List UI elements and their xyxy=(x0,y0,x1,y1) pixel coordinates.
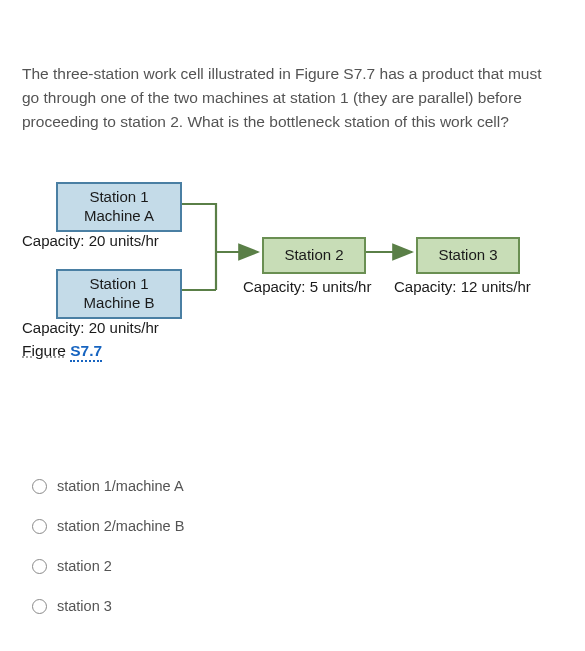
option-b[interactable]: station 2/machine B xyxy=(32,518,563,534)
node-station1-machine-b: Station 1 Machine B xyxy=(56,269,182,319)
option-label: station 2 xyxy=(57,558,112,574)
radio-icon xyxy=(32,479,47,494)
node-line: Station 1 xyxy=(68,275,170,294)
figure-word: Figure xyxy=(22,342,66,359)
option-label: station 2/machine B xyxy=(57,518,184,534)
option-label: station 3 xyxy=(57,598,112,614)
node-line: Station 3 xyxy=(438,246,497,263)
node-station1-machine-a: Station 1 Machine A xyxy=(56,182,182,232)
radio-icon xyxy=(32,599,47,614)
option-c[interactable]: station 2 xyxy=(32,558,563,574)
option-label: station 1/machine A xyxy=(57,478,184,494)
capacity-label-1a: Capacity: 20 units/hr xyxy=(22,232,159,249)
figure-number: S7.7 xyxy=(70,342,102,362)
figure-label: Figure S7.7 xyxy=(22,342,102,360)
option-a[interactable]: station 1/machine A xyxy=(32,478,563,494)
node-line: Station 2 xyxy=(284,246,343,263)
option-d[interactable]: station 3 xyxy=(32,598,563,614)
question-text: The three-station work cell illustrated … xyxy=(22,62,563,134)
capacity-label-3: Capacity: 12 units/hr xyxy=(394,278,531,295)
capacity-label-1b: Capacity: 20 units/hr xyxy=(22,319,159,336)
node-line: Station 1 xyxy=(68,188,170,207)
answer-options: station 1/machine A station 2/machine B … xyxy=(32,478,563,614)
radio-icon xyxy=(32,519,47,534)
node-line: Machine B xyxy=(68,294,170,313)
radio-icon xyxy=(32,559,47,574)
figure-diagram: Station 1 Machine A Capacity: 20 units/h… xyxy=(22,182,562,402)
capacity-label-2: Capacity: 5 units/hr xyxy=(243,278,371,295)
node-station2: Station 2 xyxy=(262,237,366,274)
node-station3: Station 3 xyxy=(416,237,520,274)
node-line: Machine A xyxy=(68,207,170,226)
